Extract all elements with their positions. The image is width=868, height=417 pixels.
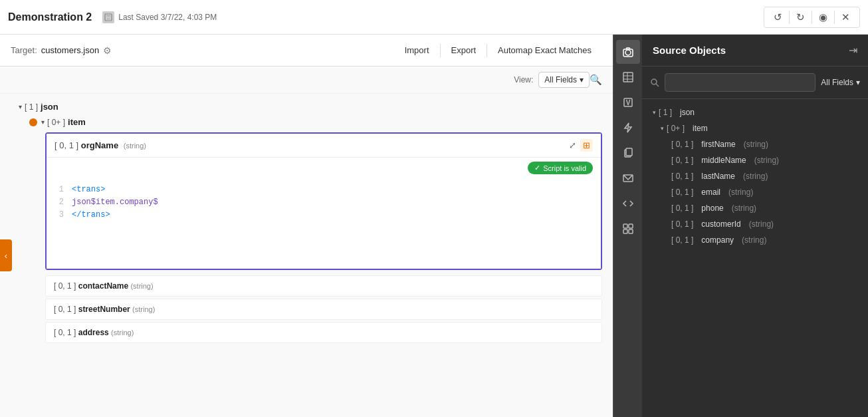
st-item-item[interactable]: ▾ [ 0+ ] item (642, 120, 868, 136)
ln-type: (string) (743, 172, 768, 181)
contact-name: contactName (78, 281, 128, 291)
ln-name: lastName (701, 172, 735, 181)
code-line-2: 2 json$item.company$ (54, 196, 593, 209)
fields-label: All Fields (821, 78, 853, 87)
svg-rect-17 (623, 229, 627, 233)
tool-table[interactable] (616, 65, 640, 89)
svg-rect-18 (629, 229, 633, 233)
em-name: email (701, 188, 720, 197)
contact-bracket: [ 0, 1 ] (54, 281, 76, 291)
st-item-phone[interactable]: [ 0, 1 ] phone (string) (642, 200, 868, 216)
ci-type: (string) (749, 219, 774, 229)
tool-code[interactable] (616, 192, 640, 215)
view-select[interactable]: All Fields ▾ (538, 72, 590, 88)
item-chevron-icon: ▾ (41, 118, 45, 126)
import-button[interactable]: Import (394, 41, 440, 59)
tree-root: ▾ [ 1 ] json ▾ [ 0+ ] item (19, 99, 602, 343)
st-item-company[interactable]: [ 0, 1 ] company (string) (642, 232, 868, 248)
fn-name: firstName (701, 140, 735, 149)
tool-v[interactable]: V (616, 90, 640, 114)
co-bracket: [ 0, 1 ] (671, 235, 693, 245)
tool-copy[interactable] (616, 141, 640, 165)
source-search-input[interactable] (665, 73, 815, 92)
svg-rect-2 (107, 18, 110, 21)
mapping-card-header: [ 0, 1 ] orgName (string) ⤢ ⊞ (47, 134, 601, 158)
fn-bracket: [ 0, 1 ] (671, 140, 693, 149)
svg-point-3 (625, 50, 631, 55)
preview-button[interactable]: ◉ (815, 10, 831, 25)
close-button[interactable]: ✕ (837, 10, 854, 25)
svg-marker-11 (625, 123, 631, 132)
st-item-customerid[interactable]: [ 0, 1 ] customerId (string) (642, 216, 868, 232)
street-type: (string) (132, 305, 155, 313)
svg-text:V: V (625, 99, 630, 106)
co-name: company (701, 235, 734, 245)
svg-rect-1 (106, 14, 110, 17)
tool-bolt[interactable] (616, 116, 640, 140)
fn-type: (string) (744, 140, 768, 149)
view-label: View: (514, 75, 533, 84)
st-item-lastname[interactable]: [ 0, 1 ] lastName (string) (642, 168, 868, 184)
item-bracket: [ 0+ ] (47, 118, 65, 127)
tree-item-row[interactable]: ▾ [ 0+ ] item (41, 114, 86, 130)
st-item-email[interactable]: [ 0, 1 ] email (string) (642, 184, 868, 200)
field-row-street[interactable]: [ 0, 1 ] streetNumber (string) (45, 299, 602, 320)
co-type: (string) (742, 235, 766, 245)
expand-icon[interactable]: ⤢ (569, 140, 576, 150)
subtoolbar-actions: Import Export Automap Exact Matches (394, 41, 602, 59)
line-num-3: 3 (54, 209, 64, 221)
save-status: Last Saved 3/7/22, 4:03 PM (102, 11, 217, 23)
line-code-2: json$item.company$ (72, 196, 158, 209)
mn-bracket: [ 0, 1 ] (671, 156, 693, 165)
tree-root-item[interactable]: ▾ [ 1 ] json (19, 99, 602, 114)
badge-row: ✓ Script is valid (47, 158, 601, 176)
automap-button[interactable]: Automap Exact Matches (487, 41, 602, 59)
contact-type: (string) (130, 282, 153, 290)
right-sidebar: Source Objects ⇥ All Fields ▾ ▾ [ 1 ] js… (642, 35, 868, 417)
last-saved-text: Last Saved 3/7/22, 4:03 PM (118, 13, 217, 22)
item-row: ▾ [ 0+ ] item (29, 114, 602, 130)
ln-bracket: [ 0, 1 ] (671, 172, 693, 181)
badge-text: Script is valid (543, 164, 586, 172)
viewbar: View: All Fields ▾ 🔍 (0, 67, 613, 94)
app-title: Demonstration 2 (8, 11, 92, 23)
main-area: Target: customers.json ⚙ Import Export A… (0, 35, 868, 417)
field-bracket: [ 0, 1 ] (54, 140, 78, 150)
st-item-json[interactable]: ▾ [ 1 ] json (642, 104, 868, 120)
grid-icon[interactable]: ⊞ (580, 139, 593, 152)
field-row-address[interactable]: [ 0, 1 ] address (string) (45, 322, 602, 343)
collapse-tab[interactable]: ‹ (0, 239, 12, 271)
st-item-middlename[interactable]: [ 0, 1 ] middleName (string) (642, 152, 868, 168)
sidebar-header: Source Objects ⇥ (642, 35, 868, 67)
ph-name: phone (701, 204, 723, 213)
settings-icon[interactable]: ⚙ (103, 45, 112, 56)
item-chevron-icon-src: ▾ (661, 125, 664, 132)
em-type: (string) (728, 188, 753, 197)
st-item-firstname[interactable]: [ 0, 1 ] firstName (string) (642, 136, 868, 152)
root-bracket: [ 1 ] (25, 102, 38, 112)
item-name: item (68, 117, 86, 127)
line-num-2: 2 (54, 196, 64, 209)
ci-name: customerId (701, 219, 740, 229)
svg-rect-13 (626, 148, 632, 156)
mapping-card: [ 0, 1 ] orgName (string) ⤢ ⊞ (45, 132, 602, 270)
export-button[interactable]: Export (441, 41, 487, 59)
check-icon: ✓ (534, 164, 540, 172)
tool-mail[interactable] (616, 166, 640, 190)
redo-button[interactable]: ↻ (792, 10, 809, 25)
sidebar-close-button[interactable]: ⇥ (849, 44, 857, 57)
target-file: customers.json (41, 45, 99, 55)
fields-dropdown[interactable]: All Fields ▾ (821, 78, 860, 87)
json-name: json (680, 108, 695, 117)
svg-line-20 (656, 84, 659, 86)
tool-grid[interactable] (616, 217, 640, 241)
search-button[interactable]: 🔍 (590, 74, 602, 86)
search-icon (650, 78, 659, 87)
undo-button[interactable]: ↺ (770, 10, 786, 25)
svg-rect-5 (623, 72, 633, 82)
topbar-sep-3 (834, 11, 835, 24)
ph-bracket: [ 0, 1 ] (671, 204, 693, 213)
tool-camera[interactable] (616, 40, 640, 64)
field-row-contact[interactable]: [ 0, 1 ] contactName (string) (45, 275, 602, 297)
code-editor[interactable]: 1 <trans> 2 json$item.company$ 3 </trans… (47, 176, 601, 269)
